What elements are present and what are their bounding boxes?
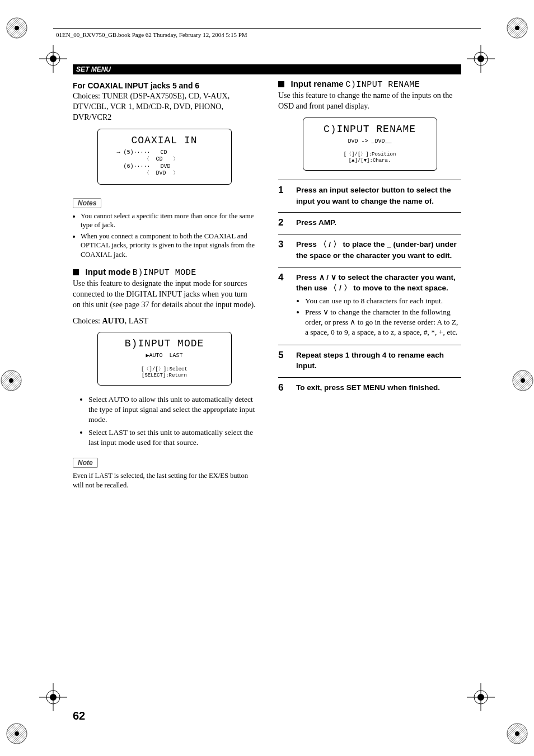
page-number: 62	[73, 710, 85, 722]
input-mode-desc: Use this feature to designate the input …	[73, 279, 256, 311]
step-item: 4 Press ∧ / ∨ to select the character yo…	[278, 267, 461, 345]
step-text: Press 〈 / 〉 to place the _ (under-bar) u…	[296, 239, 461, 261]
step-number: 4	[278, 272, 288, 339]
osd-body: DVD -> _DVD__	[311, 138, 429, 145]
page-header-text: 01EN_00_RXV750_GB.book Page 62 Thursday,…	[56, 31, 247, 38]
svg-point-5	[9, 378, 13, 383]
section-title: Input mode	[86, 267, 131, 276]
input-mode-heading: Input mode B)INPUT MODE	[73, 267, 256, 278]
input-mode-bullets: Select AUTO to allow this unit to automa…	[73, 395, 256, 448]
steps-list: 1 Press an input selector button to sele…	[278, 180, 461, 398]
osd-body: → (5)····· CD 〈 CD 〉 (6)····· DVD 〈 DVD …	[106, 149, 223, 177]
osd-title: C)INPUT RENAME	[311, 124, 429, 135]
square-bullet-icon	[73, 269, 79, 275]
step-item: 5 Repeat steps 1 through 4 to rename eac…	[278, 345, 461, 377]
single-note: Even if LAST is selected, the last setti…	[73, 471, 256, 490]
notes-label: Notes	[73, 198, 101, 208]
print-mark-icon	[0, 369, 22, 392]
left-column: For COAXIAL INPUT jacks 5 and 6 Choices:…	[73, 79, 256, 496]
svg-point-11	[515, 731, 519, 736]
step-sub-item: You can use up to 8 characters for each …	[305, 296, 461, 306]
step-item: 6 To exit, press SET MENU when finished.	[278, 377, 461, 399]
print-mark-icon	[506, 17, 528, 39]
osd-input-mode: B)INPUT MODE ▶AUTO LAST [〈]/[〉]:Select […	[97, 332, 232, 386]
coaxial-heading: For COAXIAL INPUT jacks 5 and 6	[73, 81, 256, 90]
step-text: Repeat steps 1 through 4 to rename each …	[296, 350, 461, 372]
step-item: 3 Press 〈 / 〉 to place the _ (under-bar)…	[278, 234, 461, 266]
svg-point-3	[515, 26, 519, 30]
step-number: 6	[278, 382, 288, 393]
square-bullet-icon	[278, 81, 284, 87]
note-item: When you connect a component to both the…	[81, 232, 256, 259]
section-title: Input rename	[291, 79, 344, 88]
print-mark-icon	[512, 369, 534, 392]
header-rule	[53, 28, 481, 29]
notes-list: You cannot select a specific item more t…	[73, 212, 256, 259]
step-text: Press AMP.	[296, 217, 336, 228]
step-number: 5	[278, 350, 288, 372]
bullet-item: Select LAST to set this unit to automati…	[88, 428, 256, 448]
print-mark-icon	[506, 722, 528, 745]
bullet-item: Select AUTO to allow this unit to automa…	[88, 395, 256, 425]
step-text: To exit, press SET MENU when finished.	[296, 382, 440, 393]
step-text: Press ∧ / ∨ to select the character you …	[296, 272, 461, 339]
print-mark-icon	[6, 17, 28, 39]
input-mode-choices: Choices: AUTO, LAST	[73, 316, 256, 327]
section-code: B)INPUT MODE	[133, 268, 196, 278]
osd-input-rename: C)INPUT RENAME DVD -> _DVD__ [〈]/[〉]:Pos…	[303, 118, 437, 171]
step-number: 2	[278, 217, 288, 228]
osd-footer: [〈]/[〉]:Position [▲]/[▼]:Chara.	[311, 151, 429, 163]
svg-point-9	[15, 731, 19, 736]
osd-title: COAXIAL IN	[106, 135, 223, 146]
step-item: 1 Press an input selector button to sele…	[278, 180, 461, 212]
crop-mark-icon	[39, 45, 67, 73]
right-column: Input rename C)INPUT RENAME Use this fea…	[278, 79, 461, 496]
osd-coaxial-in: COAXIAL IN → (5)····· CD 〈 CD 〉 (6)·····…	[97, 129, 232, 185]
input-rename-heading: Input rename C)INPUT RENAME	[278, 79, 461, 90]
section-bar: SET MENU	[73, 64, 461, 74]
crop-mark-icon	[467, 45, 495, 73]
osd-title: B)INPUT MODE	[106, 338, 223, 349]
svg-point-7	[521, 378, 525, 383]
note-label: Note	[73, 458, 98, 468]
crop-mark-icon	[467, 683, 495, 711]
crop-mark-icon	[39, 683, 67, 711]
step-number: 1	[278, 185, 288, 206]
osd-body: ▶AUTO LAST	[106, 353, 223, 360]
step-sub-item: Press ∨ to change the character in the f…	[305, 307, 461, 338]
osd-footer: [〈]/[〉]:Select [SELECT]:Return	[106, 365, 223, 378]
step-text: Press an input selector button to select…	[296, 185, 461, 206]
print-mark-icon	[6, 722, 28, 745]
input-rename-desc: Use this feature to change the name of t…	[278, 91, 461, 112]
section-code: C)INPUT RENAME	[345, 80, 420, 90]
coaxial-choices: Choices: TUNER (DSP-AX750SE), CD, V-AUX,…	[73, 91, 256, 123]
step-number: 3	[278, 239, 288, 261]
note-item: You cannot select a specific item more t…	[81, 212, 256, 230]
step-item: 2 Press AMP.	[278, 212, 461, 234]
svg-point-1	[15, 26, 19, 30]
